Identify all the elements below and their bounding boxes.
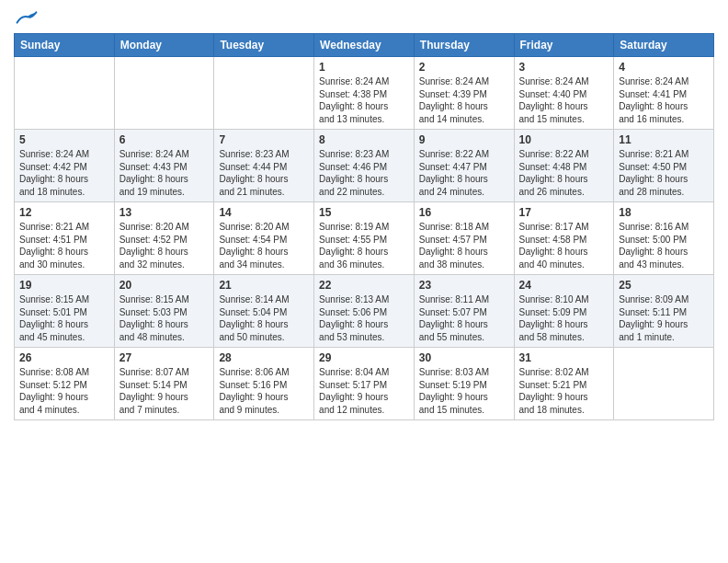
weekday-header: Monday [114, 34, 214, 57]
calendar-cell: 2Sunrise: 8:24 AM Sunset: 4:39 PM Daylig… [414, 57, 514, 130]
calendar-cell: 9Sunrise: 8:22 AM Sunset: 4:47 PM Daylig… [414, 130, 514, 202]
day-info: Sunrise: 8:03 AM Sunset: 5:19 PM Dayligh… [419, 366, 509, 416]
calendar-cell: 11Sunrise: 8:21 AM Sunset: 4:50 PM Dayli… [614, 130, 714, 202]
day-info: Sunrise: 8:10 AM Sunset: 5:09 PM Dayligh… [519, 293, 609, 343]
day-info: Sunrise: 8:23 AM Sunset: 4:46 PM Dayligh… [319, 148, 409, 198]
day-number: 16 [419, 206, 509, 219]
calendar: SundayMondayTuesdayWednesdayThursdayFrid… [14, 33, 714, 420]
calendar-cell [214, 57, 314, 130]
weekday-header: Friday [514, 34, 614, 57]
calendar-cell: 13Sunrise: 8:20 AM Sunset: 4:52 PM Dayli… [114, 202, 214, 275]
calendar-cell: 4Sunrise: 8:24 AM Sunset: 4:41 PM Daylig… [614, 57, 714, 130]
calendar-cell: 14Sunrise: 8:20 AM Sunset: 4:54 PM Dayli… [214, 202, 314, 275]
day-number: 15 [319, 206, 409, 219]
day-info: Sunrise: 8:07 AM Sunset: 5:14 PM Dayligh… [119, 366, 210, 416]
calendar-cell: 6Sunrise: 8:24 AM Sunset: 4:43 PM Daylig… [114, 130, 214, 202]
day-number: 3 [519, 61, 609, 74]
day-number: 17 [519, 206, 609, 219]
day-info: Sunrise: 8:24 AM Sunset: 4:38 PM Dayligh… [319, 75, 409, 125]
calendar-cell: 18Sunrise: 8:16 AM Sunset: 5:00 PM Dayli… [614, 202, 714, 275]
weekday-header: Thursday [414, 34, 514, 57]
day-info: Sunrise: 8:11 AM Sunset: 5:07 PM Dayligh… [419, 293, 509, 343]
day-info: Sunrise: 8:24 AM Sunset: 4:42 PM Dayligh… [19, 148, 109, 198]
day-number: 24 [519, 279, 609, 292]
day-info: Sunrise: 8:20 AM Sunset: 4:54 PM Dayligh… [219, 221, 309, 270]
day-info: Sunrise: 8:09 AM Sunset: 5:11 PM Dayligh… [619, 293, 709, 343]
day-number: 7 [219, 133, 309, 146]
day-number: 1 [319, 61, 409, 74]
calendar-cell: 1Sunrise: 8:24 AM Sunset: 4:38 PM Daylig… [314, 57, 415, 130]
calendar-cell: 22Sunrise: 8:13 AM Sunset: 5:06 PM Dayli… [314, 275, 415, 348]
calendar-cell: 15Sunrise: 8:19 AM Sunset: 4:55 PM Dayli… [314, 202, 415, 275]
day-info: Sunrise: 8:24 AM Sunset: 4:41 PM Dayligh… [619, 75, 709, 125]
calendar-cell: 31Sunrise: 8:02 AM Sunset: 5:21 PM Dayli… [514, 348, 614, 420]
day-number: 6 [119, 133, 210, 146]
header [14, 9, 714, 26]
weekday-header: Tuesday [214, 34, 314, 57]
day-info: Sunrise: 8:20 AM Sunset: 4:52 PM Dayligh… [119, 221, 210, 270]
day-info: Sunrise: 8:23 AM Sunset: 4:44 PM Dayligh… [219, 148, 309, 198]
calendar-week-row: 26Sunrise: 8:08 AM Sunset: 5:12 PM Dayli… [15, 348, 714, 420]
calendar-cell: 16Sunrise: 8:18 AM Sunset: 4:57 PM Dayli… [414, 202, 514, 275]
day-info: Sunrise: 8:16 AM Sunset: 5:00 PM Dayligh… [619, 221, 709, 270]
day-info: Sunrise: 8:19 AM Sunset: 4:55 PM Dayligh… [319, 221, 409, 270]
day-number: 31 [519, 351, 609, 364]
day-info: Sunrise: 8:21 AM Sunset: 4:50 PM Dayligh… [619, 148, 709, 198]
day-info: Sunrise: 8:22 AM Sunset: 4:47 PM Dayligh… [419, 148, 509, 198]
day-number: 12 [19, 206, 109, 219]
day-info: Sunrise: 8:02 AM Sunset: 5:21 PM Dayligh… [519, 366, 609, 416]
day-info: Sunrise: 8:06 AM Sunset: 5:16 PM Dayligh… [219, 366, 309, 416]
calendar-week-row: 19Sunrise: 8:15 AM Sunset: 5:01 PM Dayli… [15, 275, 714, 348]
day-info: Sunrise: 8:24 AM Sunset: 4:43 PM Dayligh… [119, 148, 210, 198]
day-number: 2 [419, 61, 509, 74]
calendar-cell [614, 348, 714, 420]
calendar-cell: 17Sunrise: 8:17 AM Sunset: 4:58 PM Dayli… [514, 202, 614, 275]
day-info: Sunrise: 8:04 AM Sunset: 5:17 PM Dayligh… [319, 366, 409, 416]
day-number: 18 [619, 206, 709, 219]
day-number: 29 [319, 351, 409, 364]
weekday-header: Sunday [15, 34, 115, 57]
day-info: Sunrise: 8:15 AM Sunset: 5:01 PM Dayligh… [19, 293, 109, 343]
day-number: 13 [119, 206, 210, 219]
calendar-cell: 21Sunrise: 8:14 AM Sunset: 5:04 PM Dayli… [214, 275, 314, 348]
calendar-cell [15, 57, 115, 130]
weekday-header-row: SundayMondayTuesdayWednesdayThursdayFrid… [15, 34, 714, 57]
calendar-cell: 5Sunrise: 8:24 AM Sunset: 4:42 PM Daylig… [15, 130, 115, 202]
day-number: 14 [219, 206, 309, 219]
logo-bird-icon [16, 9, 38, 26]
calendar-cell: 24Sunrise: 8:10 AM Sunset: 5:09 PM Dayli… [514, 275, 614, 348]
day-number: 23 [419, 279, 509, 292]
day-number: 28 [219, 351, 309, 364]
calendar-cell: 8Sunrise: 8:23 AM Sunset: 4:46 PM Daylig… [314, 130, 415, 202]
day-number: 8 [319, 133, 409, 146]
calendar-cell: 30Sunrise: 8:03 AM Sunset: 5:19 PM Dayli… [414, 348, 514, 420]
day-info: Sunrise: 8:24 AM Sunset: 4:40 PM Dayligh… [519, 75, 609, 125]
day-info: Sunrise: 8:18 AM Sunset: 4:57 PM Dayligh… [419, 221, 509, 270]
day-number: 4 [619, 61, 709, 74]
calendar-cell: 28Sunrise: 8:06 AM Sunset: 5:16 PM Dayli… [214, 348, 314, 420]
calendar-cell: 7Sunrise: 8:23 AM Sunset: 4:44 PM Daylig… [214, 130, 314, 202]
calendar-cell: 19Sunrise: 8:15 AM Sunset: 5:01 PM Dayli… [15, 275, 115, 348]
weekday-header: Saturday [614, 34, 714, 57]
calendar-cell: 23Sunrise: 8:11 AM Sunset: 5:07 PM Dayli… [414, 275, 514, 348]
page: SundayMondayTuesdayWednesdayThursdayFrid… [0, 0, 728, 563]
calendar-week-row: 5Sunrise: 8:24 AM Sunset: 4:42 PM Daylig… [15, 130, 714, 202]
logo [14, 9, 38, 26]
calendar-cell: 3Sunrise: 8:24 AM Sunset: 4:40 PM Daylig… [514, 57, 614, 130]
day-info: Sunrise: 8:15 AM Sunset: 5:03 PM Dayligh… [119, 293, 210, 343]
calendar-cell: 20Sunrise: 8:15 AM Sunset: 5:03 PM Dayli… [114, 275, 214, 348]
day-number: 30 [419, 351, 509, 364]
calendar-week-row: 1Sunrise: 8:24 AM Sunset: 4:38 PM Daylig… [15, 57, 714, 130]
day-number: 25 [619, 279, 709, 292]
day-number: 9 [419, 133, 509, 146]
day-number: 5 [19, 133, 109, 146]
calendar-cell: 27Sunrise: 8:07 AM Sunset: 5:14 PM Dayli… [114, 348, 214, 420]
calendar-cell: 12Sunrise: 8:21 AM Sunset: 4:51 PM Dayli… [15, 202, 115, 275]
day-number: 27 [119, 351, 210, 364]
day-number: 21 [219, 279, 309, 292]
calendar-cell [114, 57, 214, 130]
calendar-cell: 26Sunrise: 8:08 AM Sunset: 5:12 PM Dayli… [15, 348, 115, 420]
calendar-week-row: 12Sunrise: 8:21 AM Sunset: 4:51 PM Dayli… [15, 202, 714, 275]
day-number: 19 [19, 279, 109, 292]
day-info: Sunrise: 8:17 AM Sunset: 4:58 PM Dayligh… [519, 221, 609, 270]
